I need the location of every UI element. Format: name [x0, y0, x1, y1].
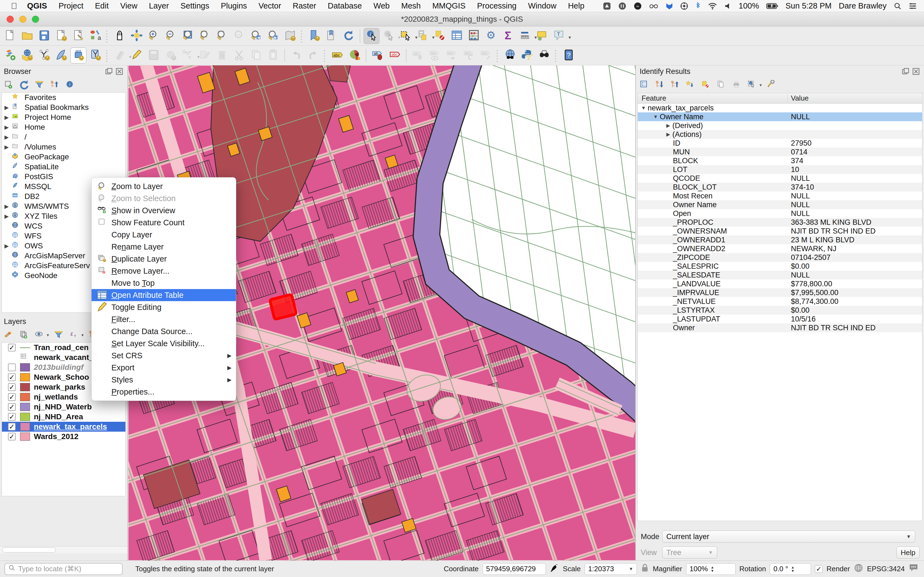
close-panel-icon[interactable]	[115, 67, 123, 76]
render-checkbox[interactable]: ✓	[815, 565, 822, 573]
layer-checkbox[interactable]: ✓	[8, 344, 16, 351]
scale-select[interactable]: 1:20373▼	[585, 563, 637, 575]
menu-edit[interactable]: Edit	[95, 2, 108, 10]
browser-item-spatial-bookmarks[interactable]: ▶Spatial Bookmarks	[2, 103, 125, 112]
pin-labels-button[interactable]: ab	[370, 48, 386, 63]
toolbar-handle[interactable]	[554, 48, 558, 63]
toolbar-handle[interactable]	[496, 48, 500, 63]
new-temporary-scratch-layer-button[interactable]: *	[70, 48, 86, 63]
feature-column-header[interactable]: Feature	[638, 94, 788, 103]
layer-item-nj-nhd-waterb[interactable]: ✓nj_NHD_Waterb	[2, 402, 125, 412]
select-by-form-button[interactable]: ▾	[415, 28, 431, 44]
help-button[interactable]: Help	[897, 546, 919, 559]
menu-qgis[interactable]: QGIS	[27, 2, 47, 10]
collapse-arrow-icon[interactable]: ▼	[651, 114, 660, 120]
context-menu-item-rename-layer[interactable]: Rename Layer	[92, 241, 236, 253]
malwarebytes-icon[interactable]	[666, 2, 673, 10]
expand-arrow-icon[interactable]: ▶	[2, 134, 11, 140]
layer-item-wards-2012[interactable]: ✓Wards_2012	[2, 432, 125, 442]
identify-row--salesdate[interactable]: _SALESDATENULL	[638, 271, 922, 279]
browser-item--volumes[interactable]: ▶/Volumes	[2, 142, 125, 152]
refresh-browser-icon[interactable]	[18, 79, 30, 91]
open-form-icon[interactable]	[638, 79, 650, 91]
help-contents-button[interactable]: ?	[561, 48, 577, 63]
zoom-out-button[interactable]	[163, 28, 179, 44]
identify-row--owneradd1[interactable]: _OWNERADD123 M L KING BLVD	[638, 235, 922, 244]
new-spatial-bookmark-button[interactable]: *	[306, 28, 322, 44]
menu-layer[interactable]: Layer	[149, 2, 169, 10]
browser-item-spatialite[interactable]: SpatiaLite	[2, 162, 125, 172]
expand-arrow-icon[interactable]: ▶	[2, 124, 11, 131]
context-menu-item-styles[interactable]: Styles▶	[92, 374, 236, 386]
identify-row--actions-[interactable]: ▶(Actions)	[638, 130, 922, 139]
collapse-all-icon[interactable]	[49, 79, 60, 91]
add-selected-layers-icon[interactable]	[3, 79, 14, 91]
identify-row-most-recen[interactable]: Most RecenNULL	[638, 192, 922, 200]
value-column-header[interactable]: Value	[788, 94, 809, 103]
processing-toolbox-button[interactable]: ⚙	[483, 28, 499, 44]
statistical-summary-button[interactable]: Σ	[500, 28, 516, 44]
identify-row--salespric[interactable]: _SALESPRIC$0.00	[638, 262, 922, 271]
browser-item-project-home[interactable]: ▶Project Home	[2, 112, 125, 122]
menu-vector[interactable]: Vector	[258, 2, 281, 10]
fast-user-switch[interactable]: Dare Brawley	[839, 2, 887, 10]
new-spatialite-layer-button[interactable]: *	[53, 48, 69, 63]
layer-checkbox[interactable]: ✓	[8, 403, 16, 411]
pan-to-selection-button[interactable]	[129, 28, 145, 44]
apple-menu-icon[interactable]: 	[11, 2, 17, 11]
rotation-stepper[interactable]: 0.0 ° ▲▼	[770, 563, 811, 575]
expand-arrow-icon[interactable]: ▶	[2, 104, 11, 111]
expand-arrow-icon[interactable]: ▶	[2, 114, 11, 121]
wifi-icon[interactable]	[708, 2, 717, 10]
context-menu-item-set-layer-scale-visibility-[interactable]: Set Layer Scale Visibility...	[92, 337, 236, 350]
identify-row--lastupdat[interactable]: _LASTUPDAT10/5/16	[638, 314, 922, 323]
toggle-editing-tool-button[interactable]	[129, 48, 145, 63]
layer-item-nj-nhd-area[interactable]: ✓nj_NHD_Area	[2, 412, 125, 422]
layer-labeling-button[interactable]: abc	[330, 48, 346, 63]
identify-row-lot[interactable]: LOT10	[638, 165, 922, 174]
identify-row-mun[interactable]: MUN0714	[638, 148, 922, 156]
context-menu-item-move-to-top[interactable]: Move to Top	[92, 277, 236, 289]
basic-statistics-button[interactable]	[466, 28, 482, 44]
steelseries-icon[interactable]	[680, 2, 688, 10]
locator-search-input[interactable]: Type to locate (⌘K)	[5, 563, 123, 575]
layer-diagrams-button[interactable]	[347, 48, 362, 63]
identify-row--derived-[interactable]: ▶(Derived)	[638, 121, 922, 130]
layer-checkbox[interactable]: ✓	[8, 413, 16, 421]
manage-map-themes-icon[interactable]	[34, 329, 45, 341]
identify-row--lstyrtax[interactable]: _LSTYRTAX$0.00	[638, 306, 922, 314]
zoom-last-button[interactable]: ◀	[248, 28, 264, 44]
layer-item-newark-tax-parcels[interactable]: ✓newark_tax_parcels	[2, 422, 125, 432]
drive-icon[interactable]	[603, 2, 611, 10]
chevron-down-icon[interactable]: ▾	[759, 82, 762, 88]
layer-checkbox[interactable]: ✓	[8, 433, 16, 440]
expand-arrow-icon[interactable]: ▶	[664, 122, 672, 129]
pan-map-button[interactable]	[111, 28, 128, 44]
menu-database[interactable]: Database	[328, 2, 362, 10]
menu-view[interactable]: View	[120, 2, 137, 10]
identify-row-open[interactable]: OpenNULL	[638, 209, 922, 218]
new-print-layout-button[interactable]: *	[53, 28, 69, 44]
spotlight-icon[interactable]	[894, 2, 901, 10]
menu-clock[interactable]: Sun 5:28 PM	[785, 2, 832, 10]
identify-row--zipcode[interactable]: _ZIPCODE07104-2507	[638, 253, 922, 262]
context-menu-item-change-data-source-[interactable]: Change Data Source...	[92, 325, 236, 337]
toolbar-handle[interactable]	[106, 48, 110, 63]
menu-project[interactable]: Project	[58, 2, 83, 10]
context-menu-item-copy-layer[interactable]: Copy Layer	[92, 229, 236, 241]
identify-row-block[interactable]: BLOCK374	[638, 156, 922, 165]
add-vector-layer-button[interactable]: *	[19, 48, 35, 63]
open-attribute-table-button[interactable]	[449, 28, 465, 44]
identify-row-id[interactable]: ID27950	[638, 139, 922, 148]
copy-feature-icon[interactable]	[716, 79, 727, 91]
context-menu-item-show-in-overview[interactable]: Show in Overview	[92, 205, 236, 216]
new-shapefile-layer-button[interactable]: *	[36, 48, 52, 63]
context-menu-item-duplicate-layer[interactable]: *Duplicate Layer	[92, 253, 236, 265]
deselect-all-button[interactable]	[432, 28, 448, 44]
project-open-button[interactable]	[19, 28, 35, 44]
menu-mesh[interactable]: Mesh	[401, 2, 421, 10]
chevron-down-icon[interactable]: ▾	[47, 332, 49, 338]
filter-browser-icon[interactable]	[34, 79, 45, 91]
coordinate-input[interactable]: 579459,696729	[483, 563, 546, 575]
layout-manager-button[interactable]	[70, 28, 86, 44]
